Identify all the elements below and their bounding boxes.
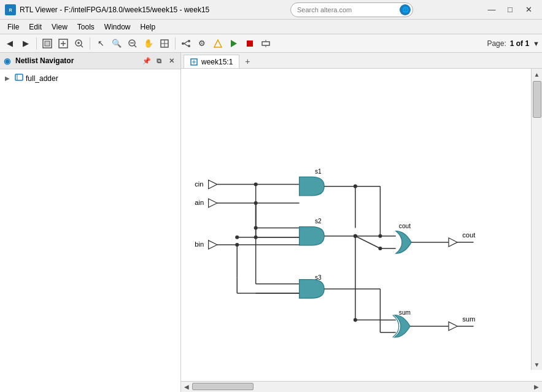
menu-tools[interactable]: Tools — [72, 21, 99, 33]
menu-window[interactable]: Window — [99, 21, 136, 33]
panel-float-btn[interactable]: ⧉ — [153, 55, 165, 66]
svg-text:cout: cout — [399, 223, 411, 229]
toolbar-zoom-select[interactable] — [72, 36, 87, 51]
svg-line-12 — [134, 45, 137, 47]
svg-marker-23 — [231, 40, 237, 47]
tab-add-button[interactable]: + — [241, 55, 254, 68]
page-label: Page: — [487, 39, 506, 48]
svg-text:s1: s1 — [315, 168, 322, 175]
page-value: 1 of 1 — [510, 39, 529, 48]
horizontal-scrollbar[interactable]: ◀ ▶ — [181, 381, 542, 392]
tab-bar: week15:1 + — [181, 53, 542, 69]
title-bar: R RTL Viewer - F:/intelFPGA/18.0/week15/… — [0, 0, 542, 20]
menu-bar: File Edit View Tools Window Help — [0, 20, 542, 34]
main-area: ◉ Netlist Navigator 📌 ⧉ ✕ ▶ full_adder — [0, 53, 542, 392]
right-panel: week15:1 + cin ain — [181, 53, 542, 392]
svg-line-20 — [184, 41, 188, 44]
toolbar-zoom-out[interactable] — [125, 36, 140, 51]
svg-text:R: R — [9, 8, 12, 12]
toolbar-back[interactable]: ◀ — [2, 36, 17, 51]
tree-arrow-icon: ▶ — [5, 75, 12, 82]
left-panel: ◉ Netlist Navigator 📌 ⧉ ✕ ▶ full_adder — [0, 53, 181, 392]
toolbar-zoom-in[interactable]: 🔍 — [109, 36, 124, 51]
toolbar-hand[interactable]: ✋ — [141, 36, 156, 51]
minimize-button[interactable]: — — [483, 4, 500, 16]
toolbar-zoom-fit[interactable] — [40, 36, 55, 51]
circuit-diagram: cin ain bin — [181, 69, 542, 381]
hscroll-right-arrow[interactable]: ▶ — [531, 382, 542, 393]
tree-item-full-adder[interactable]: ▶ full_adder — [2, 72, 178, 85]
app-icon: R — [5, 4, 16, 15]
svg-point-89 — [354, 234, 357, 238]
svg-rect-25 — [262, 42, 269, 45]
tab-schematic-icon — [190, 58, 198, 66]
svg-line-8 — [81, 45, 83, 47]
svg-point-43 — [254, 183, 258, 186]
svg-rect-3 — [45, 41, 50, 46]
svg-rect-33 — [181, 94, 542, 356]
toolbar-settings1[interactable]: ⚙ — [195, 36, 209, 51]
menu-view[interactable]: View — [47, 21, 72, 33]
menu-edit[interactable]: Edit — [24, 21, 47, 33]
toolbar-highlight[interactable] — [157, 36, 172, 51]
svg-rect-24 — [247, 40, 253, 47]
maximize-button[interactable]: □ — [501, 4, 519, 16]
svg-point-92 — [378, 247, 382, 250]
window-controls: — □ ✕ — [483, 4, 537, 16]
ain-label: ain — [195, 199, 204, 206]
toolbar-stop[interactable] — [242, 36, 257, 51]
panel-close-btn[interactable]: ✕ — [166, 55, 177, 66]
svg-point-91 — [378, 234, 382, 238]
cin-label: cin — [195, 180, 203, 188]
vscroll-down-arrow[interactable]: ▼ — [532, 359, 543, 370]
svg-line-21 — [184, 44, 188, 46]
vscroll-track[interactable] — [532, 80, 542, 359]
toolbar-select[interactable]: ↖ — [93, 36, 108, 51]
panel-title: Netlist Navigator — [15, 56, 74, 65]
tree-module-icon — [15, 73, 23, 83]
menu-help[interactable]: Help — [136, 21, 161, 33]
toolbar-sep-2 — [90, 37, 90, 50]
toolbar-zoom-sheet[interactable] — [56, 36, 71, 51]
bin-label: bin — [195, 240, 204, 248]
toolbar-netlist[interactable] — [179, 36, 193, 51]
tab-week15[interactable]: week15:1 — [184, 55, 239, 68]
app-title: RTL Viewer - F:/intelFPGA/18.0/week15/we… — [20, 6, 483, 14]
page-dropdown[interactable]: ▼ — [533, 40, 540, 47]
canvas-container: cin ain bin — [181, 69, 542, 381]
vertical-scrollbar[interactable]: ▲ ▼ — [531, 69, 542, 370]
svg-point-18 — [188, 40, 190, 42]
tree-label-full-adder: full_adder — [26, 74, 58, 83]
menu-file[interactable]: File — [2, 21, 24, 33]
svg-rect-28 — [15, 74, 23, 80]
svg-text:cout: cout — [462, 231, 476, 239]
svg-marker-22 — [214, 40, 222, 47]
toolbar: ◀ ▶ ↖ 🔍 ✋ ⚙ Page: 1 of 1 ▼ — [0, 34, 542, 53]
search-container: 🌐 — [290, 2, 413, 17]
toolbar-sep-3 — [175, 37, 176, 50]
vscroll-thumb[interactable] — [533, 81, 541, 118]
toolbar-page-info: Page: 1 of 1 ▼ — [487, 39, 540, 48]
svg-text:sum: sum — [462, 315, 475, 323]
canvas-area[interactable]: cin ain bin — [181, 69, 542, 381]
search-input[interactable] — [290, 2, 413, 17]
svg-point-19 — [188, 45, 190, 47]
panel-header-icon: ◉ — [4, 56, 10, 66]
svg-point-90 — [354, 318, 357, 322]
toolbar-extra[interactable] — [258, 36, 273, 51]
svg-text:sum: sum — [399, 310, 411, 317]
toolbar-forward[interactable]: ▶ — [18, 36, 33, 51]
close-button[interactable]: ✕ — [520, 4, 537, 16]
panel-header: ◉ Netlist Navigator 📌 ⧉ ✕ — [0, 53, 180, 69]
svg-point-88 — [235, 236, 239, 239]
hscroll-thumb[interactable] — [192, 383, 254, 390]
hscroll-track[interactable] — [192, 382, 531, 392]
panel-pin-btn[interactable]: 📌 — [141, 55, 152, 66]
svg-text:s2: s2 — [315, 218, 322, 225]
tab-label: week15:1 — [201, 58, 233, 66]
toolbar-settings2[interactable] — [211, 36, 225, 51]
toolbar-run[interactable] — [226, 36, 241, 51]
search-globe-icon: 🌐 — [400, 4, 411, 15]
hscroll-left-arrow[interactable]: ◀ — [181, 382, 192, 393]
vscroll-up-arrow[interactable]: ▲ — [532, 69, 543, 80]
